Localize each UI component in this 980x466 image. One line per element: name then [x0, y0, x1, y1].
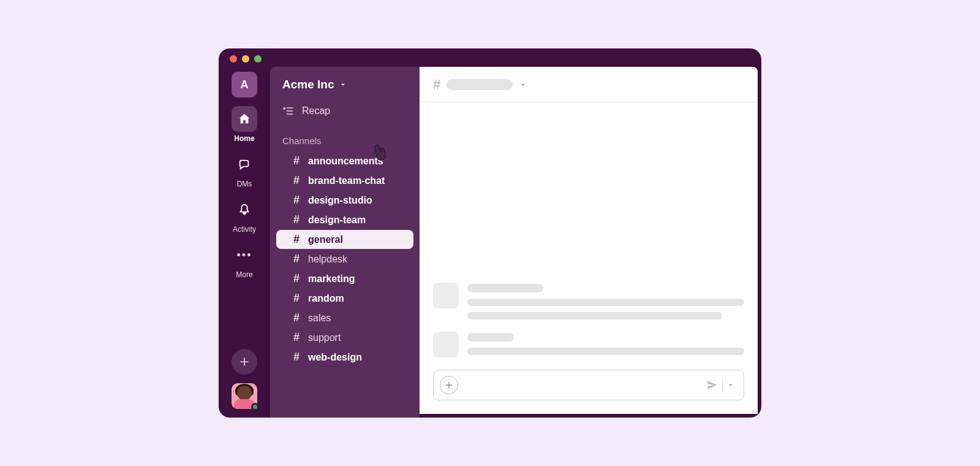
channel-item-design-studio[interactable]: #design-studio — [276, 191, 413, 210]
avatar-placeholder — [433, 283, 459, 308]
channel-name: web-design — [308, 352, 362, 363]
compose-button[interactable] — [232, 349, 257, 375]
rail-item-more[interactable]: ••• More — [219, 242, 270, 279]
text-placeholder — [467, 312, 722, 319]
channel-item-support[interactable]: #support — [276, 328, 413, 347]
channel-name: design-studio — [308, 195, 372, 206]
hash-icon: # — [291, 253, 302, 265]
hash-icon: # — [291, 351, 302, 364]
channel-item-announcements[interactable]: #announcements — [276, 151, 413, 170]
channel-item-marketing[interactable]: #marketing — [276, 269, 413, 288]
workspace-name: Acme Inc — [282, 78, 334, 91]
message-list — [420, 102, 758, 365]
channel-sidebar: Acme Inc Recap Channels #announcements#b… — [270, 67, 420, 418]
rail-label: Activity — [233, 225, 256, 234]
workspace-menu[interactable]: Acme Inc — [270, 74, 420, 100]
send-button-group — [706, 378, 737, 392]
chevron-down-icon — [519, 80, 527, 89]
channel-item-random[interactable]: #random — [276, 289, 413, 308]
rail-label: More — [236, 270, 252, 279]
hash-icon: # — [291, 272, 302, 285]
channel-name: design-team — [308, 215, 366, 226]
message-placeholder — [433, 283, 744, 319]
rail-item-home[interactable]: Home — [219, 106, 270, 143]
channel-name: general — [308, 234, 343, 245]
send-options-button[interactable] — [726, 381, 735, 389]
app-window: A Home DMs Activity — [219, 48, 761, 418]
text-placeholder — [467, 333, 514, 342]
channel-list: #announcements#brand-team-chat#design-st… — [270, 151, 420, 367]
channel-title-placeholder — [447, 79, 513, 90]
bell-icon — [232, 197, 257, 223]
hash-icon: # — [291, 194, 302, 207]
message-placeholder — [433, 332, 744, 357]
channel-name: helpdesk — [308, 254, 347, 265]
channel-name: brand-team-chat — [308, 175, 385, 186]
text-placeholder — [467, 284, 543, 292]
attach-button[interactable] — [440, 376, 458, 394]
text-placeholder — [467, 299, 744, 306]
channels-section-label[interactable]: Channels — [270, 122, 420, 151]
avatar-placeholder — [433, 332, 459, 357]
channel-item-design-team[interactable]: #design-team — [276, 210, 413, 229]
recap-icon — [282, 105, 295, 117]
text-placeholder — [467, 348, 744, 355]
send-icon[interactable] — [706, 379, 718, 391]
more-icon: ••• — [232, 242, 257, 268]
hash-icon: # — [291, 292, 302, 305]
channel-name: announcements — [308, 156, 383, 167]
hash-icon: # — [291, 213, 302, 226]
channel-name: random — [308, 293, 344, 304]
channel-name: support — [308, 332, 341, 343]
channel-item-helpdesk[interactable]: #helpdesk — [276, 250, 413, 269]
rail-label: Home — [234, 134, 254, 143]
recap-label: Recap — [302, 105, 330, 116]
rail-item-dms[interactable]: DMs — [219, 151, 270, 188]
hash-icon: # — [291, 331, 302, 344]
hash-icon: # — [291, 155, 302, 167]
channel-item-general[interactable]: #general — [276, 230, 413, 249]
hash-icon: # — [291, 174, 302, 187]
channel-item-web-design[interactable]: #web-design — [276, 348, 413, 367]
channel-item-sales[interactable]: #sales — [276, 308, 413, 327]
home-icon — [232, 106, 257, 132]
rail-label: DMs — [237, 180, 252, 188]
divider — [722, 378, 723, 392]
user-avatar[interactable] — [232, 383, 257, 409]
message-composer[interactable] — [433, 370, 744, 400]
hash-icon: # — [291, 233, 302, 246]
conversation-pane: # — [420, 67, 758, 414]
workspace-switcher[interactable]: A — [232, 72, 257, 97]
channel-item-brand-team-chat[interactable]: #brand-team-chat — [276, 171, 413, 190]
channel-name: sales — [308, 313, 331, 324]
presence-indicator — [251, 403, 259, 411]
nav-rail: A Home DMs Activity — [219, 67, 270, 418]
rail-item-activity[interactable]: Activity — [219, 197, 270, 234]
hash-icon: # — [291, 311, 302, 324]
channel-name: marketing — [308, 273, 355, 285]
channel-header[interactable]: # — [420, 67, 758, 102]
titlebar — [219, 48, 761, 62]
app-body: A Home DMs Activity — [219, 62, 761, 418]
dm-icon — [232, 151, 257, 177]
recap-button[interactable]: Recap — [270, 100, 420, 122]
chevron-down-icon — [339, 80, 347, 89]
hash-icon: # — [433, 77, 440, 93]
